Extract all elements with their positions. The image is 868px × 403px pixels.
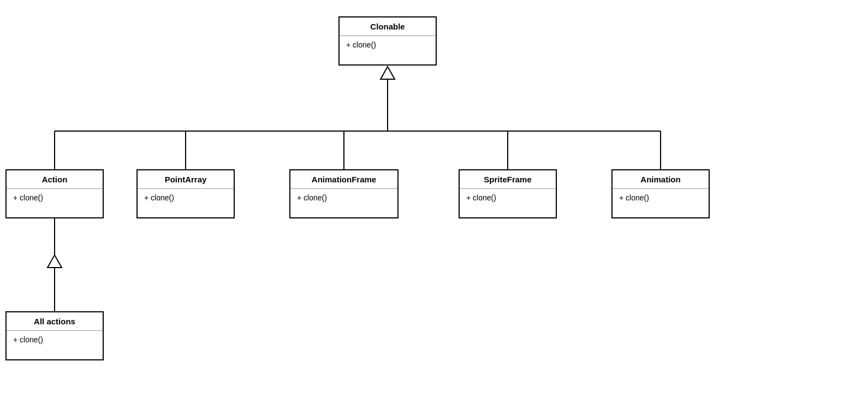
spriteframe-class-name: SpriteFrame (460, 170, 556, 189)
clonable-class: Clonable + clone() (338, 16, 437, 66)
animation-class: Animation + clone() (611, 169, 710, 218)
spriteframe-class: SpriteFrame + clone() (459, 169, 557, 218)
animation-class-name: Animation (613, 170, 709, 189)
allactions-class-method: + clone() (7, 331, 103, 348)
animation-class-method: + clone() (613, 189, 709, 206)
animationframe-class-method: + clone() (290, 189, 397, 206)
clonable-class-method: + clone() (340, 36, 436, 54)
svg-marker-9 (47, 255, 62, 268)
diagram-container: Clonable + clone() Action + clone() Poin… (0, 0, 868, 403)
clonable-class-name: Clonable (340, 17, 436, 36)
allactions-class: All actions + clone() (5, 311, 104, 360)
pointarray-class-name: PointArray (138, 170, 234, 189)
animationframe-class: AnimationFrame + clone() (289, 169, 399, 218)
pointarray-class-method: + clone() (138, 189, 234, 206)
animationframe-class-name: AnimationFrame (290, 170, 397, 189)
action-class: Action + clone() (5, 169, 104, 218)
action-class-name: Action (7, 170, 103, 189)
svg-marker-1 (381, 67, 395, 79)
spriteframe-class-method: + clone() (460, 189, 556, 206)
pointarray-class: PointArray + clone() (136, 169, 235, 218)
allactions-class-name: All actions (7, 312, 103, 331)
action-class-method: + clone() (7, 189, 103, 206)
